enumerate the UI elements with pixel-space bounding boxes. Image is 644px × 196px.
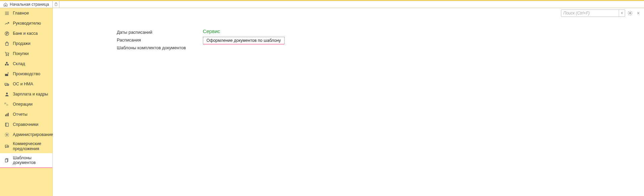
sidebar-item-sales[interactable]: Продажи [0,38,52,49]
search-box: × [561,9,625,17]
clear-search-button[interactable]: × [619,10,625,17]
sidebar-label: Отчеты [13,112,27,117]
sidebar-item-main[interactable]: Главное [0,8,52,18]
link-schedule-dates[interactable]: Даты расписаний [117,28,186,36]
svg-rect-24 [5,159,7,162]
sidebar-item-catalogs[interactable]: Справочники [0,119,52,130]
sidebar-item-purchases[interactable]: Покупки [0,49,52,59]
sidebar-item-reports[interactable]: Отчеты [0,109,52,119]
template-docs-button[interactable]: Оформление документов по шаблону [203,37,285,44]
gear-icon [4,132,9,137]
sidebar-label: Операции [13,102,32,107]
tab-clipboard[interactable] [53,1,59,8]
svg-rect-20 [8,113,9,116]
link-schedules[interactable]: Расписания [117,36,186,44]
sidebar-item-warehouse[interactable]: Склад [0,59,52,69]
sidebar-item-bank[interactable]: Банк и касса [0,28,52,38]
svg-point-15 [6,92,8,94]
link-doc-templates[interactable]: Шаблоны комплектов документов [117,44,186,52]
sidebar-label: Продажи [13,41,30,46]
sidebar-label: ОС и НМА [13,82,33,86]
sidebar-item-admin[interactable]: Администрирование [0,130,52,140]
sidebar-item-offers[interactable]: Коммерческие предложения [0,140,52,153]
truck-icon [4,81,9,87]
ruble-icon [4,31,9,36]
svg-text:Кт: Кт [6,104,8,106]
main-area: × × Даты расписаний Расписания Шаблоны к… [53,8,644,196]
service-title: Сервис [203,28,285,34]
sidebar-label: Шаблоны документов [13,156,49,165]
sidebar-label: Коммерческие предложения [13,141,49,151]
sidebar-label: Склад [13,61,25,66]
svg-point-6 [6,55,6,56]
operations-icon: ДтКт [4,102,9,107]
svg-point-7 [8,55,8,56]
sidebar-item-assets[interactable]: ОС и НМА [0,79,52,89]
menu-icon [4,10,9,16]
sidebar-label: Администрирование [13,132,53,137]
chat-icon [4,144,9,149]
home-icon [3,2,8,7]
book-icon [4,122,9,127]
sidebar-label: Банк и касса [13,31,38,36]
tab-bar: Начальная страница [0,1,644,8]
tab-home-label: Начальная страница [10,2,49,7]
svg-rect-10 [6,62,7,63]
svg-rect-9 [7,64,8,65]
barchart-icon [4,112,9,117]
sidebar-label: Справочники [13,122,38,127]
sidebar: Главное Руководителю Банк и касса Продаж… [0,8,53,196]
doc-stack-icon [4,158,9,163]
trend-icon [4,21,9,26]
person-icon [4,91,9,97]
cart-icon [4,51,9,56]
close-button[interactable]: × [635,10,641,16]
factory-icon [4,71,9,77]
bag-icon [4,41,9,46]
boxes-icon [4,61,9,66]
section-links: Даты расписаний Расписания Шаблоны компл… [117,28,186,52]
sidebar-label: Руководителю [13,21,41,26]
sidebar-item-templates[interactable]: Шаблоны документов [0,153,52,168]
search-input[interactable] [561,10,619,17]
svg-point-25 [629,12,631,14]
settings-button[interactable] [627,10,633,16]
sidebar-item-manager[interactable]: Руководителю [0,18,52,28]
svg-rect-8 [5,64,6,65]
svg-rect-19 [6,114,7,116]
sidebar-label: Главное [13,11,29,16]
svg-rect-11 [8,72,8,74]
section-service: Сервис Оформление документов по шаблону [203,28,285,44]
sidebar-label: Зарплата и кадры [13,92,48,96]
sidebar-item-operations[interactable]: ДтКт Операции [0,99,52,109]
sidebar-item-production[interactable]: Производство [0,69,52,79]
sidebar-item-hr[interactable]: Зарплата и кадры [0,89,52,99]
sidebar-label: Производство [13,72,41,76]
tab-home[interactable]: Начальная страница [0,1,53,8]
svg-text:Дт: Дт [4,102,6,104]
svg-point-22 [6,134,7,135]
sidebar-label: Покупки [13,51,29,56]
svg-rect-18 [5,114,6,116]
